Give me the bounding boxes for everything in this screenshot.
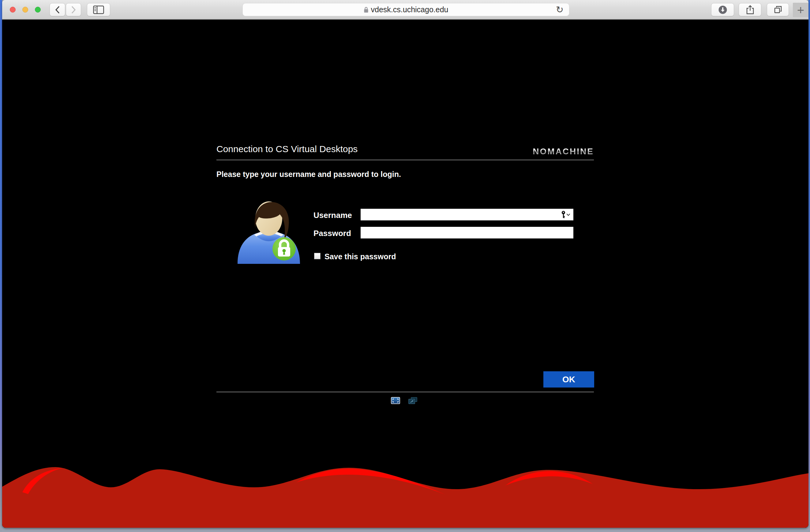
download-icon xyxy=(718,5,727,14)
password-label: Password xyxy=(313,229,351,238)
instruction-text: Please type your username and password t… xyxy=(216,170,401,179)
back-button[interactable] xyxy=(50,3,65,16)
ok-button[interactable]: OK xyxy=(544,371,594,388)
browser-toolbar: vdesk.cs.uchicago.edu ↻ + xyxy=(2,0,809,20)
username-field xyxy=(361,209,573,221)
forward-icon xyxy=(71,5,76,14)
safari-window: vdesk.cs.uchicago.edu ↻ + xyxy=(2,0,809,528)
desktop-edge-left xyxy=(0,0,2,532)
back-icon xyxy=(55,5,60,14)
scale-display-icon[interactable] xyxy=(408,397,418,405)
sidebar-icon xyxy=(93,5,104,14)
header-divider xyxy=(216,160,594,160)
window-minimize-button[interactable] xyxy=(22,7,28,13)
username-input[interactable] xyxy=(361,209,573,221)
username-label: Username xyxy=(313,211,352,220)
window-zoom-button[interactable] xyxy=(35,7,41,13)
key-icon xyxy=(561,210,566,219)
lock-icon xyxy=(364,6,369,13)
fullscreen-icon[interactable] xyxy=(391,397,400,404)
autofill-key-button[interactable] xyxy=(559,210,572,220)
share-icon xyxy=(746,5,754,15)
page-title: Connection to CS Virtual Desktops xyxy=(216,144,358,154)
reload-icon: ↻ xyxy=(556,4,564,15)
forward-button[interactable] xyxy=(66,3,81,16)
desktop-edge-right xyxy=(809,0,810,532)
share-button[interactable] xyxy=(739,3,761,16)
tab-overview-button[interactable] xyxy=(767,3,789,16)
footer-divider xyxy=(216,391,594,392)
window-close-button[interactable] xyxy=(10,7,16,13)
chevron-down-icon xyxy=(566,213,570,216)
save-password-checkbox[interactable] xyxy=(314,253,321,259)
downloads-button[interactable] xyxy=(711,3,734,16)
tab-overview-icon xyxy=(774,5,782,14)
plus-icon: + xyxy=(797,4,804,16)
reload-button[interactable]: ↻ xyxy=(554,4,565,15)
address-bar[interactable]: vdesk.cs.uchicago.edu ↻ xyxy=(242,3,569,16)
save-password-label: Save this password xyxy=(324,252,396,261)
new-tab-button[interactable]: + xyxy=(793,3,809,17)
password-field xyxy=(361,227,573,239)
nomachine-logo: NOMACHINE xyxy=(533,147,594,157)
footer-wave-graphic xyxy=(2,451,809,528)
user-avatar xyxy=(235,199,303,265)
password-input[interactable] xyxy=(361,227,573,239)
url-text: vdesk.cs.uchicago.edu xyxy=(371,5,449,14)
sidebar-toggle-button[interactable] xyxy=(87,3,110,16)
page-content: Connection to CS Virtual Desktops NOMACH… xyxy=(2,20,809,528)
